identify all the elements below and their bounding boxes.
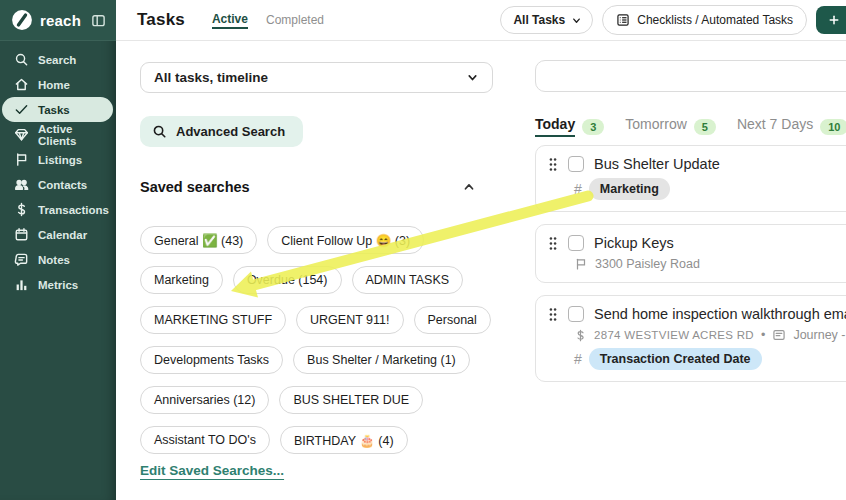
sidebar-item-label: Calendar [38,229,87,241]
tab-active[interactable]: Active [212,12,248,29]
task-search-input[interactable] [535,60,846,92]
sidebar-item-notes[interactable]: Notes [0,247,116,272]
sidebar-item-label: Notes [38,254,70,266]
task-card[interactable]: Send home inspection walkthrough email28… [535,295,846,382]
create-button[interactable]: Create [816,6,846,34]
sidebar-item-search[interactable]: Search [0,47,116,72]
journey-icon [772,328,786,342]
saved-search-pill-urgent-911[interactable]: URGENT 911! [296,306,403,334]
advanced-search-button[interactable]: Advanced Search [140,116,303,147]
task-checkbox[interactable] [568,156,584,172]
saved-search-pill-general-43[interactable]: General ✅ (43) [140,226,257,254]
task-timeframe-tabs: Today3Tomorrow5Next 7 Days10Next 30 Days [535,116,846,137]
home-icon [14,77,29,92]
task-checkbox[interactable] [568,306,584,322]
sidebar-item-active-clients[interactable]: Active Clients [0,122,116,147]
task-card[interactable]: Pickup Keys3300 Paisley Road [535,224,846,283]
checklist-icon [616,13,630,27]
timeline-dropdown-label: All tasks, timeline [154,70,268,85]
notes-icon [14,252,29,267]
contacts-icon [14,177,29,192]
task-transaction-row: 2874 WESTVIEW ACRES RD•Journey - Buyer [574,328,846,342]
advanced-search-label: Advanced Search [176,124,285,139]
gem-icon [14,127,29,142]
task-main-row: Pickup Keys [548,235,846,251]
task-tags-row: #Transaction Created Date [574,348,846,370]
task-tag-marketing[interactable]: Marketing [589,178,670,200]
sidebar-item-label: Transactions [38,204,109,216]
tab-label: Today [535,116,575,137]
sidebar-item-label: Contacts [38,179,87,191]
saved-search-row: Anniversaries (12)BUS SHELTER DUE [140,386,491,414]
saved-search-pill-birthday-4[interactable]: BIRTHDAY 🎂 (4) [280,426,408,454]
task-tag-transaction-created-date[interactable]: Transaction Created Date [589,348,762,370]
tab-label: Next 7 Days [737,116,813,137]
tab-completed[interactable]: Completed [266,13,324,27]
tab-count-badge: 10 [820,119,846,135]
checklists-automated-tasks-button[interactable]: Checklists / Automated Tasks [602,5,807,35]
sidebar-item-label: Active Clients [38,123,108,147]
transaction-address: 2874 WESTVIEW ACRES RD [594,329,754,341]
saved-search-pill-overdue-154[interactable]: Overdue (154) [233,266,342,294]
chevron-down-icon [466,71,479,84]
task-tags-row: #Marketing [574,178,846,200]
transaction-dollar-icon [574,329,587,342]
sidebar-item-label: Tasks [38,104,70,116]
chevron-down-icon [571,15,582,26]
sidebar-item-calendar[interactable]: Calendar [0,222,116,247]
edit-saved-searches-link[interactable]: Edit Saved Searches... [140,463,284,478]
drag-handle-icon[interactable] [548,236,558,251]
saved-search-pill-bus-shelter-due[interactable]: BUS SHELTER DUE [279,386,423,414]
app-name: reach [40,12,84,29]
chevron-up-icon[interactable] [462,180,476,194]
plus-icon [828,14,840,26]
sidebar-item-label: Home [38,79,70,91]
saved-search-row: Developments TasksBus Shelter / Marketin… [140,346,491,374]
saved-search-row: General ✅ (43)Client Follow Up 😄 (3) [140,226,491,254]
saved-search-pill-marketing[interactable]: Marketing [140,266,223,294]
journey-label: Journey - Buyer [793,328,846,342]
timeline-dropdown[interactable]: All tasks, timeline [140,62,493,93]
dot-separator: • [761,328,765,342]
sidebar-item-transactions[interactable]: Transactions [0,197,116,222]
tab-label: Tomorrow [625,116,686,137]
task-card[interactable]: Bus Shelter Update#Marketing [535,145,846,212]
tab-today[interactable]: Today3 [535,116,604,137]
saved-search-row: MARKETING STUFFURGENT 911!Personal [140,306,491,334]
task-title: Send home inspection walkthrough email [594,306,846,322]
search-icon [152,124,167,139]
sidebar-item-metrics[interactable]: Metrics [0,272,116,297]
saved-search-pill-assistant-to-do-s[interactable]: Assistant TO DO's [140,426,270,454]
saved-search-pill-client-follow-up-3[interactable]: Client Follow Up 😄 (3) [267,226,424,254]
task-checkbox[interactable] [568,235,584,251]
saved-search-pill-developments-tasks[interactable]: Developments Tasks [140,346,283,374]
dollar-icon [14,202,29,217]
page-title: Tasks [137,10,185,30]
sidebar-toggle-icon[interactable] [91,13,106,28]
sidebar-item-label: Listings [38,154,82,166]
sidebar-item-home[interactable]: Home [0,72,116,97]
saved-search-pill-marketing-stuff[interactable]: MARKETING STUFF [140,306,286,334]
all-tasks-dropdown[interactable]: All Tasks [500,6,593,34]
saved-search-pill-personal[interactable]: Personal [414,306,491,334]
saved-searches-header: Saved searches [140,179,476,195]
hash-icon: # [574,351,582,367]
search-icon [14,52,29,67]
sidebar-item-listings[interactable]: Listings [0,147,116,172]
metrics-icon [14,277,29,292]
sidebar-item-tasks[interactable]: Tasks [2,97,113,122]
drag-handle-icon[interactable] [548,157,558,172]
check-icon [14,102,29,117]
saved-search-pill-bus-shelter-marketing-1[interactable]: Bus Shelter / Marketing (1) [293,346,470,374]
drag-handle-icon[interactable] [548,307,558,322]
tab-count-badge: 5 [694,119,716,135]
sidebar-item-contacts[interactable]: Contacts [0,172,116,197]
flag-icon [14,152,29,167]
tab-tomorrow[interactable]: Tomorrow5 [625,116,716,137]
listing-flag-icon [574,257,588,271]
reach-logo-icon [11,9,33,31]
sidebar-item-label: Metrics [38,279,78,291]
tab-next-7-days[interactable]: Next 7 Days10 [737,116,846,137]
saved-search-pill-anniversaries-12[interactable]: Anniversaries (12) [140,386,269,414]
saved-search-pill-admin-tasks[interactable]: ADMIN TASKS [352,266,464,294]
